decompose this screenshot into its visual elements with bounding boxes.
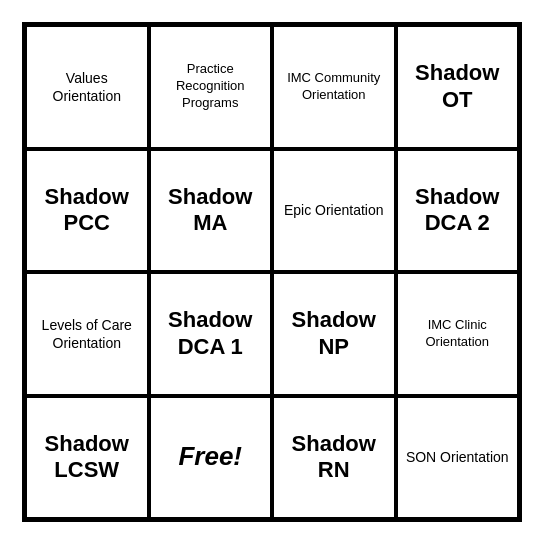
cell-r3c2: Shadow DCA 1 <box>149 272 273 396</box>
cell-r1c1: Values Orientation <box>25 25 149 149</box>
cell-r2c3: Epic Orientation <box>272 149 396 273</box>
cell-r1c2: Practice Recognition Programs <box>149 25 273 149</box>
cell-r4c1: Shadow LCSW <box>25 396 149 520</box>
cell-r4c2: Free! <box>149 396 273 520</box>
cell-r3c4: IMC Clinic Orientation <box>396 272 520 396</box>
cell-r4c4: SON Orientation <box>396 396 520 520</box>
cell-r3c3: Shadow NP <box>272 272 396 396</box>
cell-r1c4: Shadow OT <box>396 25 520 149</box>
bingo-card: Values OrientationPractice Recognition P… <box>22 22 522 522</box>
cell-r3c1: Levels of Care Orientation <box>25 272 149 396</box>
cell-r2c2: Shadow MA <box>149 149 273 273</box>
cell-r2c1: Shadow PCC <box>25 149 149 273</box>
cell-r4c3: Shadow RN <box>272 396 396 520</box>
cell-r1c3: IMC Community Orientation <box>272 25 396 149</box>
cell-r2c4: Shadow DCA 2 <box>396 149 520 273</box>
